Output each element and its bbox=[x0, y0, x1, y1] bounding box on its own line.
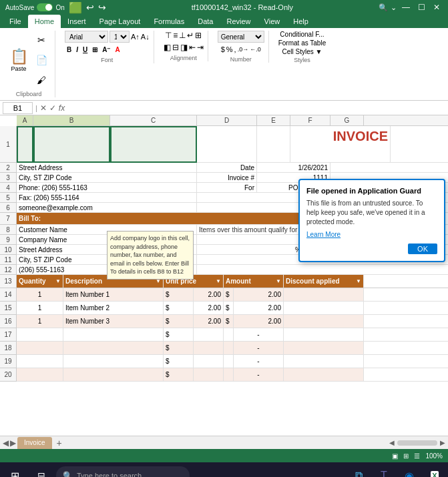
decrease-indent-icon[interactable]: ⇤ bbox=[189, 43, 196, 52]
cell-r18-amt-sym[interactable] bbox=[224, 342, 234, 354]
cell-d2[interactable]: Date bbox=[197, 163, 257, 172]
undo-icon[interactable]: ↩ bbox=[86, 2, 94, 13]
col-header-e[interactable]: E bbox=[257, 115, 290, 125]
cell-r16-qty[interactable]: 1 bbox=[17, 315, 63, 328]
cell-r15-amt-val[interactable]: 2.00 bbox=[234, 302, 284, 314]
sheet-tab-invoice[interactable]: Invoice bbox=[17, 437, 52, 449]
tab-insert[interactable]: Insert bbox=[61, 15, 93, 28]
cell-r20-amt-sym[interactable] bbox=[224, 368, 234, 381]
cell-r17-discount[interactable] bbox=[284, 328, 364, 341]
currency-icon[interactable]: $ bbox=[221, 45, 225, 53]
increase-indent-icon[interactable]: ⇥ bbox=[197, 43, 204, 52]
close-button[interactable]: ✕ bbox=[431, 3, 443, 12]
cell-b4[interactable]: Phone: (206) 555-1163 bbox=[17, 183, 197, 192]
cell-r20-amt-val[interactable]: - bbox=[234, 368, 284, 381]
cell-r18-amt-val[interactable]: - bbox=[234, 342, 284, 354]
cell-r14-unit[interactable]: $ bbox=[164, 288, 194, 301]
percent-icon[interactable]: % bbox=[226, 45, 233, 53]
col-header-a[interactable]: A bbox=[17, 115, 33, 125]
cut-button[interactable]: ✂ bbox=[32, 31, 51, 49]
row-header-3[interactable]: 3 bbox=[0, 173, 16, 183]
row-header-2[interactable]: 2 bbox=[0, 163, 16, 173]
border-button[interactable]: ⊞ bbox=[90, 45, 99, 54]
format-painter-button[interactable]: 🖌 bbox=[32, 71, 51, 89]
cell-a1[interactable] bbox=[17, 126, 33, 163]
cell-r18-unit[interactable]: $ bbox=[164, 342, 194, 354]
maximize-button[interactable]: ☐ bbox=[415, 3, 428, 12]
align-right-icon[interactable]: ◨ bbox=[180, 43, 188, 52]
row-header-18[interactable]: 18 bbox=[0, 342, 16, 355]
align-top-icon[interactable]: ⊤ bbox=[165, 31, 172, 40]
cell-r19-qty[interactable] bbox=[17, 355, 63, 368]
cell-r19-amt-sym[interactable] bbox=[224, 355, 234, 368]
row-header-19[interactable]: 19 bbox=[0, 355, 16, 368]
autosave-toggle[interactable]: AutoSave On bbox=[5, 3, 65, 11]
cancel-formula-icon[interactable]: ✕ bbox=[40, 103, 47, 113]
cell-r15-unit[interactable]: $ bbox=[164, 302, 194, 314]
tab-formulas[interactable]: Formulas bbox=[147, 15, 191, 28]
cell-r18-qty[interactable] bbox=[17, 342, 63, 354]
font-color-button[interactable]: A bbox=[113, 45, 122, 54]
tab-file[interactable]: File bbox=[3, 15, 28, 28]
row-header-9[interactable]: 9 bbox=[0, 235, 16, 245]
cell-f1[interactable]: INVOICE bbox=[290, 126, 391, 163]
row-header-6[interactable]: 6 bbox=[0, 203, 16, 213]
underline-button[interactable]: U bbox=[81, 45, 89, 54]
align-middle-icon[interactable]: ≡ bbox=[173, 31, 178, 40]
tab-page-layout[interactable]: Page Layout bbox=[93, 15, 148, 28]
cell-reference-input[interactable] bbox=[3, 102, 33, 114]
cell-r16-discount[interactable] bbox=[284, 315, 364, 328]
confirm-formula-icon[interactable]: ✓ bbox=[49, 103, 56, 113]
insert-function-icon[interactable]: fx bbox=[59, 103, 65, 113]
th-discount-applied[interactable]: Discount applied ▼ bbox=[284, 275, 364, 288]
next-sheet-icon[interactable]: ▶ bbox=[10, 438, 16, 448]
tab-help[interactable]: Help bbox=[286, 15, 315, 28]
search-icon[interactable]: 🔍 bbox=[379, 3, 388, 12]
cell-r17-qty[interactable] bbox=[17, 328, 63, 341]
align-center-icon[interactable]: ⊟ bbox=[172, 43, 179, 52]
row-header-8[interactable]: 8 bbox=[0, 225, 16, 235]
cell-b1[interactable] bbox=[33, 126, 110, 163]
conditional-formatting-button[interactable]: Conditional F... bbox=[280, 31, 324, 38]
app-guard-ok-button[interactable]: OK bbox=[408, 244, 437, 254]
cell-r14-desc[interactable]: Item Number 1 bbox=[63, 288, 164, 301]
cell-r17-unit-val[interactable] bbox=[194, 328, 224, 341]
view-normal-icon[interactable]: ▣ bbox=[392, 452, 398, 460]
prev-sheet-icon[interactable]: ◀ bbox=[3, 438, 9, 448]
comma-icon[interactable]: , bbox=[234, 45, 236, 53]
row-header-7[interactable]: 7 bbox=[0, 213, 16, 225]
cell-r20-desc[interactable] bbox=[63, 368, 164, 381]
row-header-11[interactable]: 11 bbox=[0, 255, 16, 265]
cell-r17-unit[interactable]: $ bbox=[164, 328, 194, 341]
view-page-break-icon[interactable]: ☰ bbox=[414, 452, 420, 460]
row-header-12[interactable]: 12 bbox=[0, 265, 16, 275]
minimize-button[interactable]: — bbox=[399, 3, 413, 12]
align-bottom-icon[interactable]: ⊥ bbox=[179, 31, 186, 40]
cell-d4[interactable]: For bbox=[197, 183, 257, 192]
th-amount[interactable]: Amount ▼ bbox=[224, 275, 284, 288]
cell-r20-unit-val[interactable] bbox=[194, 368, 224, 381]
row-header-17[interactable]: 17 bbox=[0, 328, 16, 342]
redo-icon[interactable]: ↪ bbox=[98, 2, 106, 13]
cell-r14-qty[interactable]: 1 bbox=[17, 288, 63, 301]
cell-r15-desc[interactable]: Item Number 2 bbox=[63, 302, 164, 314]
tab-data[interactable]: Data bbox=[191, 15, 220, 28]
cell-r17-amt-sym[interactable] bbox=[224, 328, 234, 341]
scroll-left-icon[interactable]: ◀ bbox=[389, 439, 395, 446]
col-header-d[interactable]: D bbox=[197, 115, 257, 125]
font-size-select[interactable]: 11 bbox=[109, 31, 130, 43]
decrease-font-icon[interactable]: A↓ bbox=[141, 33, 150, 41]
cell-r16-desc[interactable]: Item Number 3 bbox=[63, 315, 164, 328]
cell-c1[interactable] bbox=[110, 126, 197, 163]
cell-r14-discount[interactable] bbox=[284, 288, 364, 301]
cell-r19-unit-val[interactable] bbox=[194, 355, 224, 368]
cell-b3[interactable]: City, ST ZIP Code bbox=[17, 173, 197, 182]
col-header-c[interactable]: C bbox=[110, 115, 197, 125]
cell-r16-amt-val[interactable]: 2.00 bbox=[234, 315, 284, 328]
format-as-table-button[interactable]: Format as Table bbox=[278, 39, 326, 47]
cell-r19-discount[interactable] bbox=[284, 355, 364, 368]
cell-r20-unit[interactable]: $ bbox=[164, 368, 194, 381]
cell-r16-unit-val[interactable]: 2.00 bbox=[194, 315, 224, 328]
row-header-16[interactable]: 16 bbox=[0, 315, 16, 328]
cell-r17-desc[interactable] bbox=[63, 328, 164, 341]
